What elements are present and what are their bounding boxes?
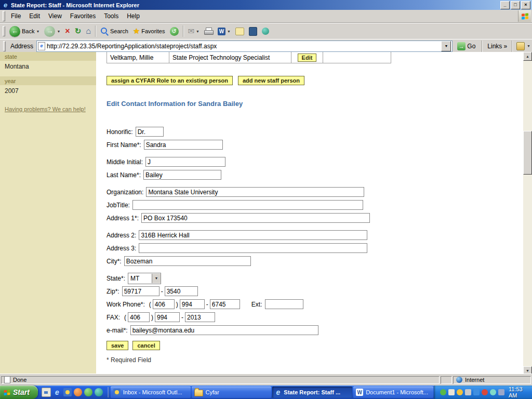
zip-plus4-field[interactable] xyxy=(165,286,198,296)
save-button[interactable]: save xyxy=(107,341,128,350)
work-phone-prefix-field[interactable] xyxy=(180,299,205,309)
tray-update-icon[interactable] xyxy=(457,389,463,395)
fax-line-field[interactable] xyxy=(185,312,215,322)
mail-dropdown-chevron[interactable]: ▼ xyxy=(196,30,200,33)
tray-antivirus-icon[interactable] xyxy=(440,389,446,395)
toolbar-grip[interactable] xyxy=(3,26,5,36)
last-name-row: Last Name*: xyxy=(107,169,523,180)
addressbar-grip[interactable] xyxy=(3,41,6,51)
menu-favorites[interactable]: Favorites xyxy=(66,10,100,22)
history-button[interactable]: ↺ xyxy=(168,26,181,37)
job-title-field[interactable] xyxy=(132,200,363,210)
edit-dropdown-chevron[interactable]: ▼ xyxy=(227,30,231,33)
status-spacer-panel xyxy=(441,376,452,384)
task-button-cyfar-folder[interactable]: Cyfar xyxy=(192,387,272,398)
links-overflow-icon[interactable] xyxy=(516,42,525,50)
quicklaunch-messenger-icon[interactable] xyxy=(95,388,103,396)
links-toolbar: Links » xyxy=(486,43,508,50)
stop-button[interactable]: × xyxy=(63,26,72,36)
close-button[interactable]: × xyxy=(521,1,530,9)
edit-button[interactable]: Edit xyxy=(298,54,317,62)
work-phone-line-field[interactable] xyxy=(210,299,240,309)
mail-button[interactable]: ✉ ▼ xyxy=(186,26,202,36)
start-button[interactable]: Start xyxy=(0,385,38,399)
work-phone-area-field[interactable] xyxy=(153,299,175,309)
tray-volume-icon[interactable] xyxy=(465,389,471,395)
required-field-note: * Required Field xyxy=(107,356,523,364)
assign-cyfar-role-button[interactable]: assign a CYFAR Role to an existing perso… xyxy=(107,76,233,85)
tray-display-icon[interactable] xyxy=(448,389,455,395)
task-button-word-document[interactable]: W Document1 - Microsoft... xyxy=(353,387,433,398)
tray-messenger-icon[interactable] xyxy=(490,389,496,395)
quicklaunch-show-desktop-icon[interactable] xyxy=(42,388,51,397)
document-status-icon xyxy=(4,376,10,383)
quicklaunch-ie-icon[interactable]: e xyxy=(53,388,61,396)
honorific-field[interactable] xyxy=(136,127,164,137)
edit-with-word-button[interactable]: W ▼ xyxy=(216,26,233,36)
quicklaunch-outlook-icon[interactable] xyxy=(63,388,72,396)
vertical-scrollbar[interactable]: ▲ ▼ xyxy=(523,52,532,375)
main-content: Veltkamp, Millie State Project Technolog… xyxy=(96,52,523,375)
print-button[interactable] xyxy=(202,26,215,36)
city-field[interactable] xyxy=(124,256,251,266)
address2-field[interactable] xyxy=(139,230,367,240)
middle-initial-field[interactable] xyxy=(145,157,225,167)
tray-network-icon[interactable] xyxy=(473,389,480,395)
taskbar: Start e Inbox - Microsoft Outl... Cyfar … xyxy=(0,385,532,399)
home-button[interactable]: ⌂ xyxy=(84,26,93,36)
go-label: Go xyxy=(467,43,475,50)
taskbar-clock[interactable]: 11:53 AM xyxy=(509,386,527,398)
maximize-button[interactable]: □ xyxy=(511,1,520,9)
state-select[interactable]: MT ▼ xyxy=(128,273,161,284)
favorites-button[interactable]: ★ Favorites xyxy=(131,26,167,36)
task-button-outlook[interactable]: Inbox - Microsoft Outl... xyxy=(111,387,191,398)
back-button[interactable]: ← Back ▼ xyxy=(7,25,42,38)
menu-edit[interactable]: Edit xyxy=(25,10,44,22)
discuss-button[interactable] xyxy=(233,26,246,36)
go-button[interactable]: → Go xyxy=(455,42,478,51)
add-new-staff-button[interactable]: add new staff person xyxy=(238,76,304,85)
messenger-icon xyxy=(262,28,269,35)
quicklaunch-media-player-icon[interactable] xyxy=(74,388,82,396)
middle-initial-label: Middle Initial: xyxy=(107,158,143,166)
task-button-state-report[interactable]: e State Report: Staff ... xyxy=(272,387,352,398)
forward-dropdown-chevron[interactable]: ▼ xyxy=(57,30,60,33)
menu-help[interactable]: Help xyxy=(123,10,144,22)
back-dropdown-chevron[interactable]: ▼ xyxy=(36,30,39,33)
organization-field[interactable] xyxy=(146,187,364,197)
address1-field[interactable] xyxy=(141,213,370,223)
tray-power-icon[interactable] xyxy=(498,389,504,395)
print-icon xyxy=(204,28,213,35)
address-dropdown-chevron[interactable]: ▼ xyxy=(441,41,451,51)
research-button[interactable] xyxy=(247,26,259,37)
zip-field[interactable] xyxy=(122,286,159,296)
menubar-grip[interactable] xyxy=(3,11,5,21)
cancel-button[interactable]: cancel xyxy=(132,341,159,350)
home-icon: ⌂ xyxy=(86,27,91,35)
minimize-button[interactable]: _ xyxy=(500,1,510,9)
menu-file[interactable]: File xyxy=(7,10,25,22)
ext-field[interactable] xyxy=(265,299,303,309)
phone-close-paren: ) xyxy=(176,301,178,308)
fax-area-field[interactable] xyxy=(128,312,150,322)
address3-field[interactable] xyxy=(139,243,367,253)
refresh-button[interactable]: ↻ xyxy=(73,26,84,36)
links-chevrons-icon[interactable]: » xyxy=(503,43,507,50)
quicklaunch-msn-icon[interactable] xyxy=(84,388,92,396)
scrollbar-thumb[interactable] xyxy=(523,131,532,175)
help-link[interactable]: Having problems? We can help! xyxy=(5,106,91,112)
back-label: Back xyxy=(22,28,34,34)
scroll-up-button[interactable]: ▲ xyxy=(523,52,532,61)
last-name-field[interactable] xyxy=(143,170,221,180)
forward-button[interactable]: → ▼ xyxy=(42,25,62,38)
fax-prefix-field[interactable] xyxy=(155,312,180,322)
search-button[interactable]: Search xyxy=(98,26,130,36)
email-field[interactable] xyxy=(130,325,318,335)
address-input[interactable] xyxy=(47,42,440,50)
messenger-button[interactable] xyxy=(260,26,271,36)
menu-view[interactable]: View xyxy=(44,10,66,22)
menu-tools[interactable]: Tools xyxy=(100,10,123,22)
links-dropdown-chevron[interactable]: ▼ xyxy=(527,44,530,48)
first-name-field[interactable] xyxy=(144,140,223,150)
tray-security-icon[interactable] xyxy=(482,389,488,395)
